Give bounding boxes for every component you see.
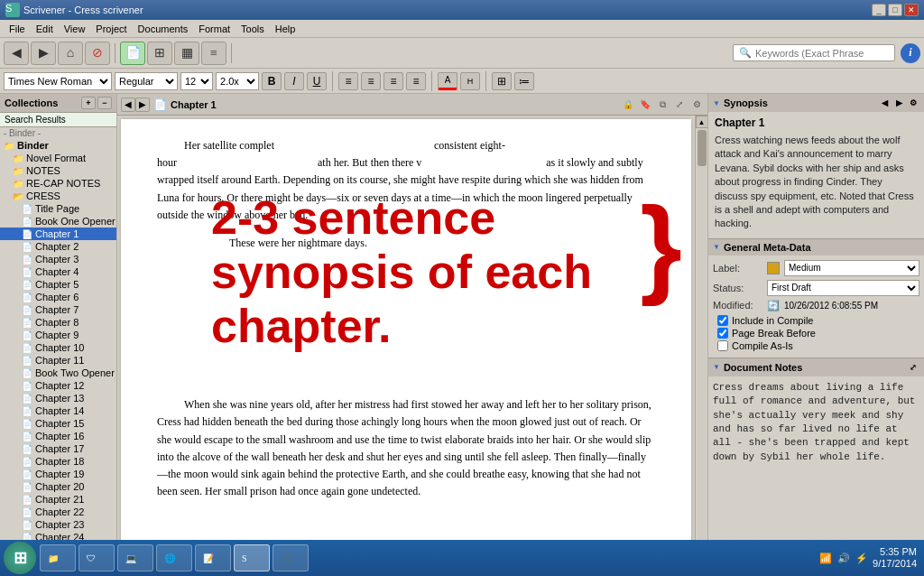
doc-notes-textarea[interactable]: Cress dreams about living a life full of… — [713, 381, 919, 550]
tree-item-chapter-15[interactable]: 📄Chapter 15 — [0, 417, 116, 430]
doc-notes-header[interactable]: ▼ Document Notes ⤢ — [708, 358, 924, 376]
close-button[interactable]: ✕ — [904, 4, 919, 16]
tree-item-novel-format[interactable]: 📁Novel Format — [0, 152, 116, 164]
tree-item-chapter-17[interactable]: 📄Chapter 17 — [0, 442, 116, 455]
tree-item-chapter-1[interactable]: 📄Chapter 1 — [0, 228, 116, 240]
bookmark-icon[interactable]: 🔖 — [638, 98, 652, 112]
meta-header[interactable]: ▼ General Meta-Data — [708, 239, 924, 255]
spacing-select[interactable]: 2.0x — [216, 72, 259, 90]
synopsis-settings-icon[interactable]: ⚙ — [907, 97, 919, 109]
menu-documents[interactable]: Documents — [133, 22, 194, 36]
forward-button[interactable]: ▶ — [31, 42, 56, 65]
tree-item-chapter-6[interactable]: 📄Chapter 6 — [0, 291, 116, 303]
start-button[interactable]: ⊞ — [4, 542, 36, 574]
status-select[interactable]: First Draft — [767, 280, 919, 296]
taskbar-item-scrivener[interactable]: S — [234, 544, 270, 571]
split-view-button[interactable]: ⊞ — [147, 42, 172, 65]
align-center-button[interactable]: ≡ — [361, 72, 381, 90]
editor-scrollbar[interactable]: ▲ ▼ — [695, 116, 707, 554]
tree-item-book-one-opener[interactable]: 📄Book One Opener — [0, 215, 116, 228]
menu-help[interactable]: Help — [270, 22, 301, 36]
menu-view[interactable]: View — [59, 22, 91, 36]
size-select[interactable]: 12 — [180, 72, 213, 90]
expand-icon[interactable]: ⤢ — [672, 98, 687, 112]
binder-root[interactable]: 📁 Binder — [0, 139, 116, 152]
compile-as-is-checkbox[interactable] — [717, 340, 728, 351]
taskbar-item-7[interactable]: 🎵 — [273, 544, 309, 571]
page-break-checkbox[interactable] — [717, 328, 728, 339]
editor-back-button[interactable]: ◀ — [121, 98, 135, 112]
corkboard-button[interactable]: ▦ — [174, 42, 199, 65]
underline-button[interactable]: U — [307, 72, 327, 90]
tree-item-chapter-13[interactable]: 📄Chapter 13 — [0, 392, 116, 404]
synopsis-prev-icon[interactable]: ◀ — [878, 97, 891, 109]
table-button[interactable]: ⊞ — [492, 72, 512, 90]
menu-file[interactable]: File — [4, 22, 31, 36]
tree-item-chapter-22[interactable]: 📄Chapter 22 — [0, 506, 116, 518]
tree-item-chapter-7[interactable]: 📄Chapter 7 — [0, 303, 116, 316]
taskbar-item-3[interactable]: 💻 — [117, 544, 153, 571]
tree-item-title-page[interactable]: 📄Title Page — [0, 202, 116, 215]
editor-forward-button[interactable]: ▶ — [135, 98, 150, 112]
list-button[interactable]: ≔ — [514, 72, 534, 90]
align-left-button[interactable]: ≡ — [338, 72, 358, 90]
remove-collection-button[interactable]: − — [97, 97, 112, 109]
highlight-button[interactable]: H — [460, 72, 480, 90]
tree-item-chapter-4[interactable]: 📄Chapter 4 — [0, 265, 116, 278]
back-button[interactable]: ◀ — [4, 42, 29, 65]
tree-item-chapter-14[interactable]: 📄Chapter 14 — [0, 404, 116, 417]
font-select[interactable]: Times New Roman — [4, 72, 112, 90]
menu-project[interactable]: Project — [90, 22, 132, 36]
label-select[interactable]: Medium — [784, 260, 919, 276]
single-view-button[interactable]: 📄 — [120, 42, 145, 65]
tree-item-chapter-20[interactable]: 📄Chapter 20 — [0, 480, 116, 493]
tree-item-book-two-opener[interactable]: 📄Book Two Opener — [0, 367, 116, 379]
tray-icon-2[interactable]: 🔊 — [836, 551, 851, 565]
justify-button[interactable]: ≡ — [406, 72, 426, 90]
settings-icon[interactable]: ⚙ — [689, 98, 704, 112]
tree-item-notes[interactable]: 📁NOTES — [0, 164, 116, 177]
add-collection-button[interactable]: + — [81, 97, 96, 109]
tree-item-chapter-8[interactable]: 📄Chapter 8 — [0, 316, 116, 329]
tree-item-chapter-10[interactable]: 📄Chapter 10 — [0, 341, 116, 354]
tree-item-chapter-2[interactable]: 📄Chapter 2 — [0, 240, 116, 253]
synopsis-next-icon[interactable]: ▶ — [892, 97, 905, 109]
taskbar-explorer[interactable]: 📁 — [40, 544, 76, 571]
maximize-button[interactable]: □ — [888, 4, 902, 16]
search-input[interactable] — [755, 48, 864, 59]
tree-item-re-cap-notes[interactable]: 📁RE-CAP NOTES — [0, 177, 116, 190]
editor-text[interactable]: Her satellite complet consistent eight-h… — [157, 137, 655, 500]
italic-button[interactable]: I — [284, 72, 304, 90]
scroll-thumb[interactable] — [698, 130, 707, 166]
menu-edit[interactable]: Edit — [31, 22, 59, 36]
stop-button[interactable]: ⊘ — [85, 42, 110, 65]
taskbar-item-2[interactable]: 🛡 — [79, 544, 115, 571]
tree-item-chapter-23[interactable]: 📄Chapter 23 — [0, 518, 116, 531]
tree-item-chapter-16[interactable]: 📄Chapter 16 — [0, 430, 116, 442]
tree-item-chapter-18[interactable]: 📄Chapter 18 — [0, 455, 116, 468]
minimize-button[interactable]: _ — [872, 4, 886, 16]
font-color-button[interactable]: A — [438, 72, 457, 90]
tray-icon-1[interactable]: 📶 — [818, 551, 833, 565]
tree-item-chapter-3[interactable]: 📄Chapter 3 — [0, 253, 116, 265]
info-button[interactable]: i — [901, 43, 920, 63]
tree-item-cress[interactable]: 📂CRESS — [0, 190, 116, 202]
scroll-track[interactable] — [698, 128, 707, 542]
outline-button[interactable]: ≡ — [201, 42, 226, 65]
taskbar-item-5[interactable]: 📝 — [195, 544, 231, 571]
style-select[interactable]: Regular — [115, 72, 178, 90]
tree-item-chapter-11[interactable]: 📄Chapter 11 — [0, 354, 116, 367]
include-compile-checkbox[interactable] — [717, 315, 728, 326]
lock-icon[interactable]: 🔒 — [621, 98, 635, 112]
tree-item-chapter-12[interactable]: 📄Chapter 12 — [0, 379, 116, 392]
synopsis-header[interactable]: ▼ Synopsis ◀ ▶ ⚙ — [708, 94, 924, 112]
copy-icon[interactable]: ⧉ — [655, 98, 670, 112]
tray-icon-3[interactable]: ⚡ — [855, 551, 869, 565]
align-right-button[interactable]: ≡ — [383, 72, 403, 90]
editor-content[interactable]: 2-3 sentence synopsis of each chapter. }… — [121, 119, 691, 551]
tree-item-chapter-21[interactable]: 📄Chapter 21 — [0, 493, 116, 506]
bold-button[interactable]: B — [262, 72, 282, 90]
doc-notes-expand-icon[interactable]: ⤢ — [907, 361, 919, 374]
taskbar-item-4[interactable]: 🌐 — [156, 544, 192, 571]
tree-item-chapter-19[interactable]: 📄Chapter 19 — [0, 468, 116, 480]
